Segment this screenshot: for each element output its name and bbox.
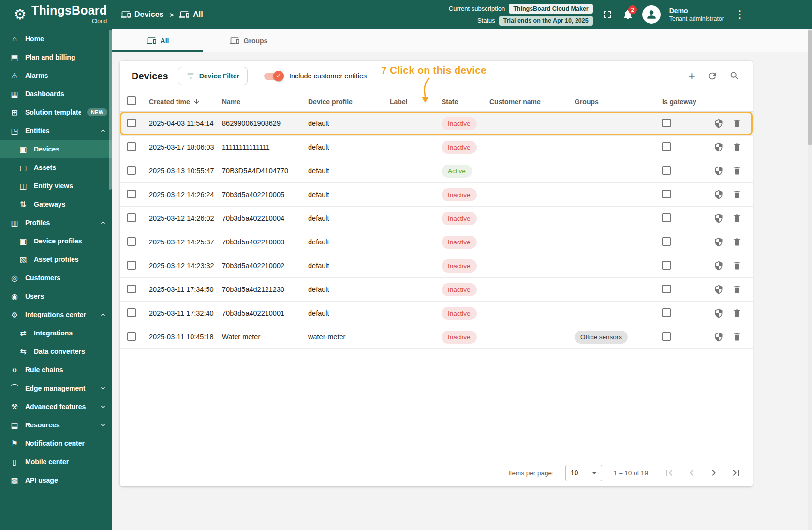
table-row[interactable]: 2025-03-12 14:26:02 70b3d5a402210004 def… (120, 207, 753, 230)
fullscreen-button[interactable] (602, 9, 613, 20)
column-name[interactable]: Name (215, 98, 301, 106)
user-menu[interactable]: Demo Tenant administrator (669, 6, 724, 23)
select-all-checkbox[interactable] (127, 96, 136, 105)
row-checkbox[interactable] (127, 213, 136, 222)
sidebar-item-resources[interactable]: ▤ Resources (0, 416, 112, 434)
is-gateway-checkbox[interactable] (662, 261, 671, 270)
first-page-button[interactable] (660, 463, 679, 483)
manage-credentials-button[interactable] (714, 285, 723, 294)
table-row[interactable]: 2025-03-11 17:32:40 70b3d5a402210001 def… (120, 302, 753, 325)
page-size-select[interactable]: 10 (565, 465, 602, 481)
is-gateway-checkbox[interactable] (662, 119, 671, 127)
row-checkbox[interactable] (127, 119, 136, 127)
sidebar-item-home[interactable]: ⌂ Home (0, 30, 112, 48)
row-checkbox[interactable] (127, 285, 136, 293)
delete-button[interactable] (732, 332, 742, 342)
sidebar-item-profiles[interactable]: ▥ Profiles (0, 213, 112, 232)
sidebar-item-integrations-center[interactable]: ⚙ Integrations center (0, 305, 112, 324)
sidebar-item-data-converters[interactable]: ⇆ Data converters (0, 342, 112, 361)
is-gateway-checkbox[interactable] (662, 142, 671, 151)
delete-button[interactable] (732, 166, 742, 176)
manage-credentials-button[interactable] (714, 332, 723, 342)
delete-button[interactable] (732, 261, 742, 271)
manage-credentials-button[interactable] (714, 261, 723, 271)
delete-button[interactable] (732, 285, 742, 294)
sidebar-item-users[interactable]: ◉ Users (0, 287, 112, 305)
sidebar-item-device-profiles[interactable]: ▣ Device profiles (0, 232, 112, 250)
sidebar-item-api-usage[interactable]: ▩ API usage (0, 471, 112, 489)
delete-button[interactable] (732, 308, 742, 318)
manage-credentials-button[interactable] (714, 308, 723, 318)
delete-button[interactable] (732, 142, 742, 152)
sidebar-item-alarms[interactable]: ⚠ Alarms (0, 66, 112, 85)
is-gateway-checkbox[interactable] (662, 332, 671, 341)
manage-credentials-button[interactable] (714, 213, 723, 223)
row-checkbox[interactable] (127, 261, 136, 270)
manage-credentials-button[interactable] (714, 119, 723, 128)
thingsboard-logo[interactable]: ⚙ ThingsBoard Cloud (0, 4, 109, 25)
delete-button[interactable] (732, 213, 742, 223)
sidebar-item-entities[interactable]: ◳ Entities (0, 121, 112, 140)
is-gateway-checkbox[interactable] (662, 308, 671, 317)
sidebar-item-devices[interactable]: ▣ Devices (0, 140, 112, 158)
device-filter-button[interactable]: Device Filter (178, 67, 248, 85)
refresh-button[interactable] (707, 71, 718, 81)
sidebar-item-entity-views[interactable]: ◫ Entity views (0, 177, 112, 195)
breadcrumb-devices[interactable]: Devices (121, 10, 164, 19)
column-device-profile[interactable]: Device profile (301, 98, 383, 106)
column-customer-name[interactable]: Customer name (483, 98, 568, 106)
table-row[interactable]: 2025-03-12 14:23:32 70b3d5a402210002 def… (120, 254, 753, 278)
is-gateway-checkbox[interactable] (662, 166, 671, 175)
table-row[interactable]: 2025-03-13 10:55:47 70B3D5A4D4104770 def… (120, 159, 753, 183)
row-checkbox[interactable] (127, 142, 136, 151)
tab-all[interactable]: All (112, 29, 203, 52)
page-scrollbar-thumb[interactable] (808, 30, 812, 145)
table-row[interactable]: 2025-03-11 17:34:50 70b3d5a4d2121230 def… (120, 278, 753, 302)
kebab-menu-icon[interactable]: ⋮ (733, 8, 747, 21)
is-gateway-checkbox[interactable] (662, 190, 671, 198)
manage-credentials-button[interactable] (714, 142, 723, 152)
table-row[interactable]: 2025-03-12 14:26:24 70b3d5a402210005 def… (120, 183, 753, 207)
last-page-button[interactable] (726, 463, 746, 483)
manage-credentials-button[interactable] (714, 237, 723, 247)
column-groups[interactable]: Groups (568, 98, 655, 106)
sidebar-item-mobile-center[interactable]: ▯ Mobile center (0, 453, 112, 471)
next-page-button[interactable] (704, 463, 723, 483)
manage-credentials-button[interactable] (714, 166, 723, 176)
table-row[interactable]: 2025-03-17 18:06:03 11111111111111 defau… (120, 136, 753, 159)
sidebar-item-notification-center[interactable]: ⚑ Notification center (0, 434, 112, 453)
sidebar-item-plan-and-billing[interactable]: ▤ Plan and billing (0, 48, 112, 66)
delete-button[interactable] (732, 190, 742, 199)
is-gateway-checkbox[interactable] (662, 213, 671, 222)
column-state[interactable]: State (435, 98, 483, 106)
notifications-button[interactable]: 2 (622, 9, 634, 20)
manage-credentials-button[interactable] (714, 190, 723, 199)
table-row[interactable]: 2025-03-12 14:25:37 70b3d5a402210003 def… (120, 230, 753, 254)
row-checkbox[interactable] (127, 308, 136, 317)
sidebar-item-rule-chains[interactable]: ‹› Rule chains (0, 361, 112, 379)
column-is-gateway[interactable]: Is gateway (655, 98, 709, 106)
delete-button[interactable] (732, 237, 742, 247)
column-created-time[interactable]: Created time (142, 98, 215, 106)
sidebar-item-integrations[interactable]: ⇄ Integrations (0, 324, 112, 342)
page-scrollbar[interactable] (808, 29, 812, 530)
delete-button[interactable] (732, 119, 742, 128)
table-row[interactable]: 2025-04-03 11:54:14 862990061908629 defa… (120, 112, 753, 136)
sidebar-item-edge-management[interactable]: ⌒ Edge management (0, 379, 112, 397)
breadcrumb-all[interactable]: All (179, 10, 203, 19)
row-checkbox[interactable] (127, 190, 136, 198)
prev-page-button[interactable] (682, 463, 701, 483)
sidebar-item-assets[interactable]: ▢ Assets (0, 158, 112, 177)
tab-groups[interactable]: Groups (203, 29, 294, 52)
row-checkbox[interactable] (127, 166, 136, 175)
sidebar-item-asset-profiles[interactable]: ▧ Asset profiles (0, 250, 112, 269)
sidebar-scrollbar[interactable] (109, 30, 112, 190)
table-row[interactable]: 2025-03-11 10:45:18 Water meter water-me… (120, 325, 753, 349)
sidebar-item-customers[interactable]: ◎ Customers (0, 269, 112, 287)
row-checkbox[interactable] (127, 237, 136, 246)
include-customer-entities-toggle[interactable]: ✓ (264, 73, 282, 80)
is-gateway-checkbox[interactable] (662, 237, 671, 246)
is-gateway-checkbox[interactable] (662, 285, 671, 293)
add-device-button[interactable]: + (688, 70, 695, 82)
search-button[interactable] (729, 71, 740, 81)
